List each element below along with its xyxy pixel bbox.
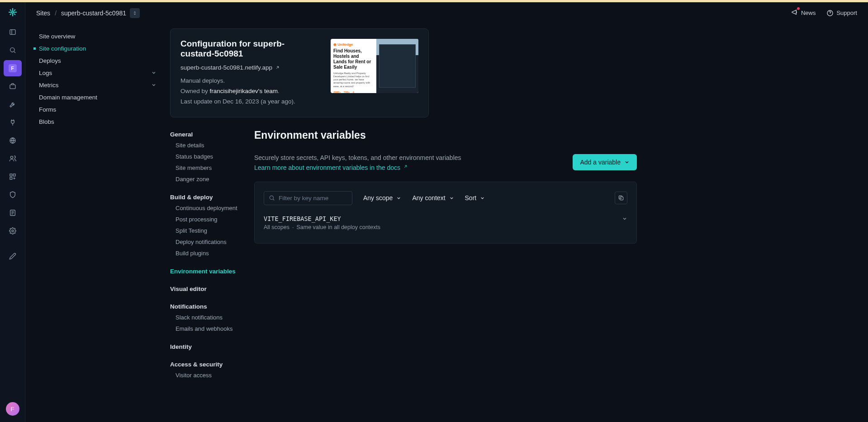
filter-input[interactable] [279,195,347,202]
sort-button[interactable]: Sort [465,194,485,202]
site-nav-item[interactable]: Deploys [39,55,157,67]
settings-sub-item[interactable]: Post processing [170,214,245,225]
site-nav: Site overviewSite configurationDeploysLo… [25,24,170,422]
site-nav-item[interactable]: Logs [39,67,157,79]
card-title: Configuration for superb-custard-5c0981 [180,39,317,59]
svg-point-0 [12,11,14,13]
settings-sub-item[interactable]: Status badges [170,151,245,162]
rail-tool-icon[interactable] [4,96,22,113]
svg-rect-7 [13,174,15,176]
settings-sub-item[interactable]: Slack notifications [170,312,245,323]
env-variables-panel: Any scope Any context Sort [254,182,637,244]
svg-rect-3 [10,85,15,89]
support-button[interactable]: Support [826,9,857,17]
copy-env-button[interactable] [615,192,627,204]
svg-point-5 [10,156,13,159]
rail-members-icon[interactable] [4,150,22,167]
svg-rect-8 [10,177,12,179]
rail-search-icon[interactable] [4,42,22,58]
chevron-down-icon [151,82,157,89]
chevron-down-icon [622,215,627,223]
site-url-link[interactable]: superb-custard-5c0981.netlify.app [180,64,280,71]
site-config-card: Configuration for superb-custard-5c0981 … [170,28,429,117]
rail-pencil-icon[interactable] [4,248,22,264]
rail-panel-icon[interactable] [4,24,22,40]
filter-input-wrap [264,191,352,205]
scope-filter-button[interactable]: Any scope [363,194,401,202]
rail-shield-icon[interactable] [4,187,22,203]
settings-group-title[interactable]: Visual editor [170,284,245,294]
settings-group-title[interactable]: Access & security [170,359,245,370]
settings-sub-item[interactable]: Build plugins [170,248,245,259]
svg-point-2 [10,48,14,52]
breadcrumb-root[interactable]: Sites [36,9,50,17]
page-title: Environment variables [254,129,637,141]
settings-sub-item[interactable]: Deploy notifications [170,236,245,248]
context-filter-button[interactable]: Any context [412,194,454,202]
add-variable-button[interactable]: Add a variable [573,154,637,170]
rail-globe-icon[interactable] [4,132,22,149]
netlify-logo-icon[interactable] [7,7,18,18]
settings-nav: GeneralSite detailsStatus badgesSite mem… [170,129,245,381]
user-avatar[interactable]: F [6,402,19,416]
settings-group-title[interactable]: Identity [170,342,245,352]
rail-billing-icon[interactable] [4,205,22,221]
settings-group-title[interactable]: General [170,129,245,140]
news-button[interactable]: News [791,9,816,17]
breadcrumb-separator: / [55,9,57,17]
learn-more-link[interactable]: Learn more about environment variables i… [254,164,408,171]
settings-sub-item[interactable]: Site members [170,162,245,173]
owned-by: Owned by francisihejirikadev's team. [180,86,317,97]
site-nav-item[interactable]: Blobs [39,116,157,128]
site-nav-item[interactable]: Site configuration [39,42,157,55]
settings-group-title[interactable]: Notifications [170,301,245,312]
site-nav-item[interactable]: Forms [39,103,157,116]
env-var-meta: All scopes·Same value in all deploy cont… [264,224,380,230]
rail-gear-icon[interactable] [4,223,22,239]
env-var-row[interactable]: VITE_FIREBASE_API_KEY All scopes·Same va… [264,211,627,234]
settings-group-title[interactable]: Environment variables [170,266,245,277]
rail-team-icon[interactable]: F [4,60,22,76]
deploy-method: Manual deploys. [180,76,317,86]
env-var-key: VITE_FIREBASE_API_KEY [264,215,380,222]
site-nav-item[interactable]: Metrics [39,79,157,91]
site-nav-item[interactable]: Domain management [39,91,157,103]
search-icon [269,195,275,201]
breadcrumb-site[interactable]: superb-custard-5c0981 [61,9,126,17]
settings-sub-item[interactable]: Visitor access [170,370,245,381]
icon-rail: F F [0,2,25,422]
last-update: Last update on Dec 16, 2023 (a year ago)… [180,97,317,107]
svg-rect-1 [10,30,15,35]
rail-briefcase-icon[interactable] [4,78,22,94]
svg-point-12 [270,196,273,200]
settings-sub-item[interactable]: Continuous deployment [170,202,245,214]
rail-integrations-icon[interactable] [4,169,22,185]
env-description: Securely store secrets, API keys, tokens… [254,154,461,161]
settings-sub-item[interactable]: Split Testing [170,225,245,236]
site-thumbnail[interactable]: ◉ Unilodge Find Houses, Hostels and Land… [331,39,418,93]
site-nav-item[interactable]: Site overview [39,30,157,42]
settings-sub-item[interactable]: Site details [170,140,245,151]
site-switcher-button[interactable] [130,8,140,18]
svg-point-10 [12,230,14,232]
rail-plug-icon[interactable] [4,114,22,131]
settings-sub-item[interactable]: Danger zone [170,173,245,185]
settings-group-title[interactable]: Build & deploy [170,192,245,202]
chevron-down-icon [151,70,157,76]
topbar: Sites / superb-custard-5c0981 News Suppo… [25,2,868,24]
settings-sub-item[interactable]: Emails and webhooks [170,323,245,334]
svg-rect-6 [10,174,12,176]
